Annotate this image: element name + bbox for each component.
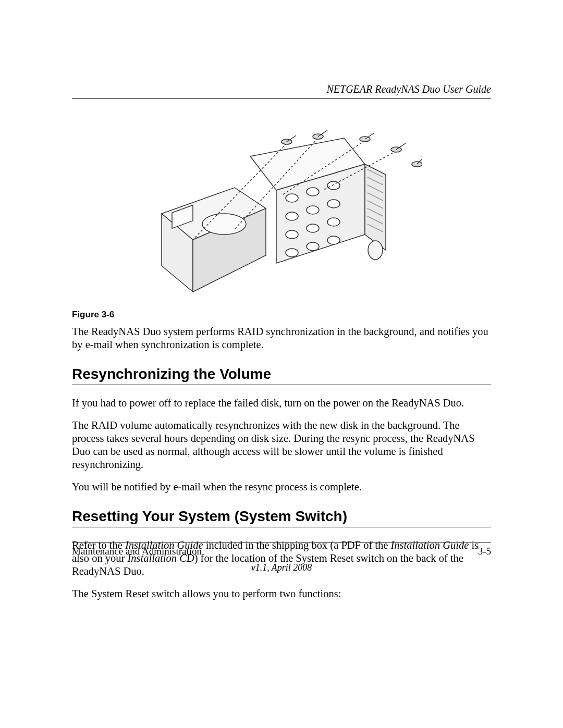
paragraph-resync-2: The RAID volume automatically resynchron… — [72, 419, 491, 471]
svg-point-3 — [307, 188, 319, 196]
svg-point-10 — [327, 218, 340, 226]
svg-point-12 — [307, 242, 319, 251]
hdd-tray-illustration-icon — [141, 120, 422, 302]
svg-point-5 — [286, 212, 298, 220]
page-footer: Maintenance and Administration 3-5 v1.1,… — [72, 542, 491, 573]
svg-point-0 — [202, 214, 246, 235]
svg-point-9 — [307, 224, 319, 232]
svg-point-14 — [368, 241, 383, 260]
figure-3-6-illustration — [72, 120, 491, 304]
paragraph-resync-1: If you had to power off to replace the f… — [72, 397, 491, 410]
page-content: NETGEAR ReadyNAS Duo User Guide — [0, 0, 563, 600]
header-guide-title: NETGEAR ReadyNAS Duo User Guide — [72, 83, 491, 95]
header-rule — [72, 98, 491, 99]
svg-point-4 — [327, 181, 340, 190]
heading-resync: Resynchronizing the Volume — [72, 366, 491, 382]
footer-row: Maintenance and Administration 3-5 — [72, 546, 491, 557]
figure-caption: Figure 3-6 — [72, 310, 491, 320]
paragraph-resync-3: You will be notified by e-mail when the … — [72, 480, 491, 493]
footer-rule — [72, 542, 491, 542]
footer-section-title: Maintenance and Administration — [72, 546, 202, 557]
heading-reset: Resetting Your System (System Switch) — [72, 508, 491, 525]
heading-reset-rule — [72, 527, 491, 527]
svg-point-11 — [286, 249, 298, 257]
heading-resync-rule — [72, 385, 491, 385]
footer-version: v1.1, April 2008 — [72, 562, 491, 573]
svg-point-6 — [307, 206, 319, 214]
svg-point-8 — [286, 230, 298, 239]
paragraph-sync-info: The ReadyNAS Duo system performs RAID sy… — [72, 325, 491, 351]
svg-point-13 — [327, 236, 340, 244]
svg-point-2 — [286, 194, 298, 202]
svg-point-7 — [327, 200, 340, 208]
paragraph-reset-2: The System Reset switch allows you to pe… — [72, 587, 491, 600]
footer-page-number: 3-5 — [478, 546, 491, 557]
